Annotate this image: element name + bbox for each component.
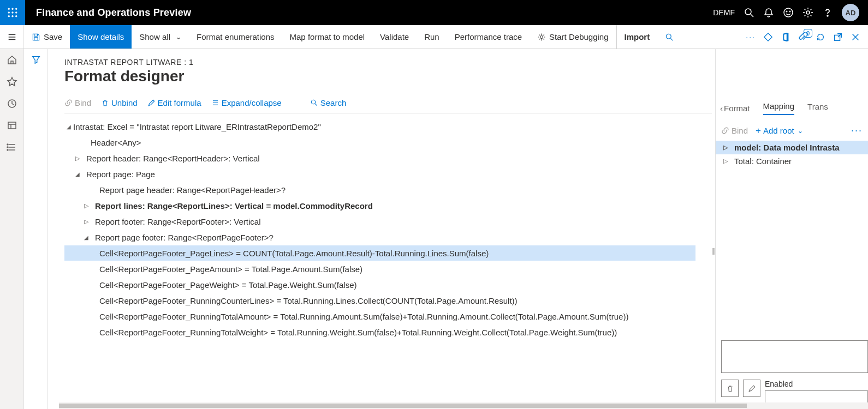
save-label: Save	[44, 32, 62, 41]
scrollbar-thumb[interactable]	[59, 404, 747, 408]
edit-button[interactable]	[743, 380, 760, 397]
search-icon[interactable]	[744, 7, 754, 18]
import-button[interactable]: Import	[616, 25, 658, 49]
svg-point-15	[827, 15, 828, 16]
tab-mapping[interactable]: Mapping	[763, 101, 795, 115]
format-toolbar: Bind Unbind Edit formula Expand/collapse…	[64, 98, 712, 113]
map-format-button[interactable]: Map format to model	[282, 25, 373, 49]
more-icon[interactable]: ···	[851, 125, 863, 136]
expander-icon[interactable]	[82, 234, 91, 240]
refresh-icon[interactable]	[816, 32, 825, 42]
tree-node[interactable]: Report lines: Range<ReportLines>: Vertic…	[64, 198, 695, 213]
show-details-button[interactable]: Show details	[70, 25, 132, 49]
expander-icon[interactable]	[82, 202, 91, 209]
company-code[interactable]: DEMF	[713, 8, 735, 17]
avatar[interactable]: AD	[842, 4, 859, 21]
right-pane: ‹ Format Mapping Trans Bind +Add root⌄ ·…	[715, 49, 868, 409]
formula-field[interactable]	[721, 340, 868, 373]
tree-node[interactable]: Report header: Range<ReportHeader>: Vert…	[64, 151, 695, 166]
svg-point-12	[786, 11, 787, 12]
svg-rect-27	[8, 122, 16, 129]
save-icon	[32, 33, 40, 41]
expander-icon[interactable]	[721, 144, 730, 151]
office-icon[interactable]	[781, 32, 790, 42]
svg-point-35	[7, 149, 8, 151]
format-enum-button[interactable]: Format enumerations	[189, 25, 282, 49]
expand-collapse-button[interactable]: Expand/collapse	[211, 98, 282, 107]
star-icon[interactable]	[7, 76, 17, 87]
validate-button[interactable]: Validate	[372, 25, 417, 49]
smile-icon[interactable]	[783, 7, 794, 18]
trash-icon	[101, 99, 109, 107]
app-title: Finance and Operations Preview	[36, 7, 191, 19]
expander-icon[interactable]	[73, 155, 82, 162]
tab-trans[interactable]: Trans	[807, 102, 828, 115]
save-button[interactable]: Save	[24, 25, 70, 49]
show-all-button[interactable]: Show all⌄	[132, 25, 189, 49]
diamond-icon[interactable]	[763, 32, 773, 42]
back-button[interactable]: ‹ Format	[720, 104, 750, 113]
delete-button[interactable]	[721, 380, 739, 397]
start-debug-button[interactable]: Start Debugging	[530, 25, 616, 49]
popout-icon[interactable]	[833, 32, 843, 42]
rp-bind-button[interactable]: Bind	[721, 126, 748, 135]
gear-small-icon	[537, 33, 546, 41]
mapping-node[interactable]: Total: Container	[716, 154, 868, 168]
edit-formula-button[interactable]: Edit formula	[147, 98, 201, 107]
enabled-field[interactable]	[765, 390, 868, 404]
help-icon[interactable]	[822, 7, 833, 18]
tree-node[interactable]: Report page footer: Range<ReportPageFoot…	[64, 230, 695, 245]
svg-point-39	[311, 100, 316, 104]
toolbar-search[interactable]	[657, 25, 681, 49]
nav-toggle[interactable]	[0, 25, 24, 49]
filter-column	[24, 49, 48, 409]
tree-node[interactable]: Cell<ReportPageFooter_RunningCounterLine…	[64, 293, 695, 308]
bind-button[interactable]: Bind	[64, 98, 91, 107]
tree-node[interactable]: Cell<ReportPageFooter_RunningTotalAmount…	[64, 309, 695, 324]
tree-node[interactable]: Cell<ReportPageFooter_RunningTotalWeight…	[64, 324, 695, 340]
gear-icon[interactable]	[802, 7, 813, 18]
expander-icon[interactable]	[721, 158, 730, 165]
list-icon	[211, 99, 219, 107]
bell-icon[interactable]	[763, 7, 774, 18]
expander-icon[interactable]	[73, 171, 82, 177]
tree-node[interactable]: Cell<ReportPageFooter_PageWeight> = Tota…	[64, 277, 695, 292]
waffle-menu[interactable]	[0, 0, 25, 25]
workspace-icon[interactable]	[7, 120, 17, 131]
svg-point-8	[15, 15, 17, 17]
filter-icon[interactable]	[31, 55, 41, 409]
add-root-button[interactable]: +Add root⌄	[756, 125, 803, 136]
horizontal-scrollbar[interactable]	[59, 402, 868, 409]
expander-icon[interactable]	[82, 218, 91, 225]
clock-icon[interactable]	[7, 98, 17, 109]
tree-node-selected[interactable]: Cell<ReportPageFooter_PageLines> = COUNT…	[64, 245, 695, 261]
tree-node[interactable]: Report footer: Range<ReportFooter>: Vert…	[64, 214, 695, 229]
search-button[interactable]: Search	[310, 98, 347, 107]
svg-point-33	[7, 144, 8, 145]
tree-node[interactable]: Report page header: Range<ReportPageHead…	[64, 182, 695, 197]
svg-point-5	[15, 11, 17, 13]
mapping-tree: model: Data model Intrasta Total: Contai…	[716, 141, 868, 168]
pencil-icon	[147, 99, 156, 107]
tree-node[interactable]: Header<Any>	[64, 135, 695, 150]
expander-icon[interactable]	[64, 123, 73, 130]
format-tree: Intrastat: Excel = "Intrastat report Lit…	[64, 119, 712, 340]
tree-node[interactable]: Cell<ReportPageFooter_PageAmount> = Tota…	[64, 261, 695, 276]
more-icon[interactable]: ···	[746, 33, 756, 41]
tree-node[interactable]: Report page: Page	[64, 166, 695, 182]
svg-point-3	[8, 11, 10, 13]
svg-line-22	[671, 38, 673, 40]
run-button[interactable]: Run	[417, 25, 447, 49]
attachment-badge[interactable]: 0	[798, 32, 808, 42]
plus-icon: +	[756, 125, 761, 136]
perf-trace-button[interactable]: Performance trace	[447, 25, 530, 49]
tree-node[interactable]: Intrastat: Excel = "Intrastat report Lit…	[64, 119, 695, 134]
mapping-node-selected[interactable]: model: Data model Intrasta	[716, 141, 868, 154]
svg-line-40	[315, 104, 317, 106]
modules-icon[interactable]	[7, 142, 17, 153]
unbind-button[interactable]: Unbind	[101, 98, 138, 107]
close-icon[interactable]	[851, 32, 860, 42]
breadcrumb: INTRASTAT REPORT LITWARE : 1	[64, 58, 712, 67]
home-icon[interactable]	[7, 55, 17, 65]
top-header: Finance and Operations Preview DEMF AD	[0, 0, 868, 25]
